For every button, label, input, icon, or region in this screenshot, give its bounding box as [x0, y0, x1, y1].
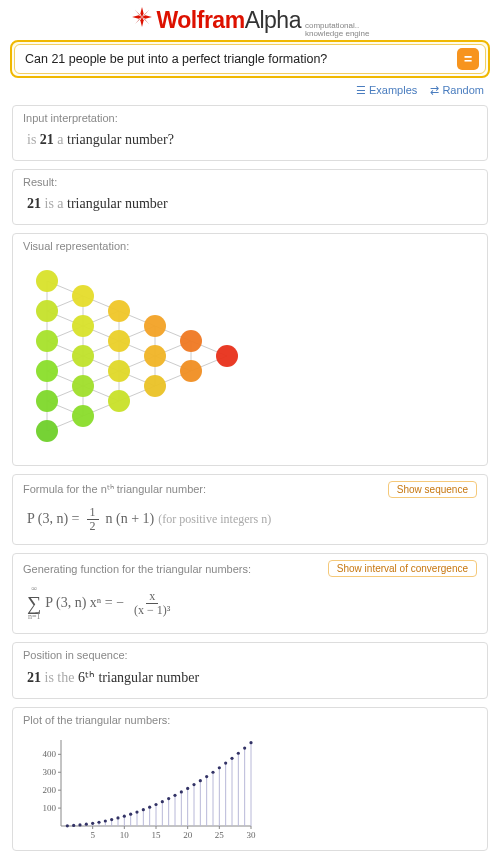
- svg-point-95: [142, 808, 145, 811]
- svg-point-35: [72, 345, 94, 367]
- svg-point-37: [72, 405, 94, 427]
- svg-text:25: 25: [215, 830, 225, 840]
- svg-point-31: [36, 390, 58, 412]
- svg-text:100: 100: [43, 803, 57, 813]
- svg-point-115: [205, 775, 208, 778]
- svg-line-20: [47, 326, 155, 371]
- svg-point-101: [161, 800, 164, 803]
- svg-point-85: [110, 818, 113, 821]
- pod-formula: Formula for the nᵗʰ triangular number: S…: [12, 474, 488, 545]
- svg-point-127: [243, 747, 246, 750]
- pod-result: Result: 21 is a triangular number: [12, 169, 488, 225]
- logo-text: WolframAlpha: [157, 7, 301, 34]
- svg-point-89: [123, 815, 126, 818]
- svg-point-91: [129, 813, 132, 816]
- logo[interactable]: WolframAlpha computational..knowledge en…: [131, 6, 370, 38]
- show-sequence-button[interactable]: Show sequence: [388, 481, 477, 498]
- pod-generating-function: Generating function for the triangular n…: [12, 553, 488, 634]
- svg-text:10: 10: [120, 830, 130, 840]
- pod-title: Input interpretation:: [23, 112, 118, 124]
- svg-point-46: [180, 360, 202, 382]
- svg-point-71: [66, 824, 69, 827]
- svg-point-77: [85, 823, 88, 826]
- svg-text:5: 5: [90, 830, 95, 840]
- triangle-visualization: [13, 256, 487, 465]
- svg-point-73: [72, 824, 75, 827]
- svg-point-34: [72, 315, 94, 337]
- svg-marker-1: [140, 7, 142, 17]
- svg-point-28: [36, 300, 58, 322]
- svg-point-97: [148, 806, 151, 809]
- svg-text:30: 30: [247, 830, 257, 840]
- svg-point-117: [211, 771, 214, 774]
- svg-point-93: [135, 811, 138, 814]
- svg-point-111: [192, 783, 195, 786]
- svg-point-129: [249, 741, 252, 744]
- pod-visual: Visual representation:: [12, 233, 488, 466]
- search-container: =: [0, 40, 500, 82]
- pod-title: Result:: [23, 176, 57, 188]
- svg-point-42: [144, 315, 166, 337]
- svg-text:200: 200: [43, 785, 57, 795]
- header: WolframAlpha computational..knowledge en…: [0, 0, 500, 40]
- examples-link[interactable]: ☰ Examples: [356, 84, 417, 96]
- svg-point-32: [36, 420, 58, 442]
- svg-point-83: [104, 820, 107, 823]
- svg-point-109: [186, 787, 189, 790]
- svg-marker-0: [142, 7, 144, 17]
- svg-point-119: [218, 766, 221, 769]
- pod-title: Position in sequence:: [23, 649, 128, 661]
- svg-point-40: [108, 360, 130, 382]
- svg-point-113: [199, 779, 202, 782]
- search-bar: =: [14, 44, 486, 74]
- svg-point-44: [144, 375, 166, 397]
- svg-line-16: [47, 341, 155, 386]
- svg-point-75: [78, 824, 81, 827]
- pod-position: Position in sequence: 21 is the 6ᵗʰ tria…: [12, 642, 488, 699]
- logo-tagline: computational..knowledge engine: [305, 22, 370, 38]
- svg-text:300: 300: [43, 767, 57, 777]
- svg-point-125: [237, 752, 240, 755]
- svg-point-39: [108, 330, 130, 352]
- submit-button[interactable]: =: [457, 48, 479, 70]
- pod-title: Plot of the triangular numbers:: [23, 714, 170, 726]
- sigma-icon: ∞∑n=1: [27, 585, 41, 621]
- svg-point-29: [36, 330, 58, 352]
- svg-point-99: [154, 803, 157, 806]
- svg-marker-5: [140, 17, 142, 27]
- search-input[interactable]: [25, 52, 457, 66]
- random-link[interactable]: ⇄ Random: [430, 84, 484, 96]
- svg-marker-4: [142, 17, 144, 27]
- pod-input-interpretation: Input interpretation: is 21 a triangular…: [12, 105, 488, 161]
- subnav: ☰ Examples ⇄ Random: [0, 82, 500, 105]
- svg-point-33: [72, 285, 94, 307]
- show-interval-button[interactable]: Show interval of convergence: [328, 560, 477, 577]
- svg-point-38: [108, 300, 130, 322]
- svg-point-87: [116, 817, 119, 820]
- triangular-plot: 10020030040051015202530: [27, 734, 257, 844]
- svg-text:400: 400: [43, 750, 57, 760]
- svg-point-27: [36, 270, 58, 292]
- svg-point-81: [97, 821, 100, 824]
- svg-point-79: [91, 822, 94, 825]
- svg-point-121: [224, 762, 227, 765]
- svg-text:20: 20: [183, 830, 193, 840]
- pod-title: Generating function for the triangular n…: [23, 563, 251, 575]
- svg-point-103: [167, 797, 170, 800]
- pod-plot: Plot of the triangular numbers: 10020030…: [12, 707, 488, 851]
- svg-point-105: [173, 794, 176, 797]
- svg-point-41: [108, 390, 130, 412]
- svg-point-45: [180, 330, 202, 352]
- equals-icon: =: [464, 51, 472, 67]
- svg-point-123: [230, 757, 233, 760]
- svg-point-43: [144, 345, 166, 367]
- svg-text:15: 15: [152, 830, 162, 840]
- svg-point-107: [180, 791, 183, 794]
- svg-point-30: [36, 360, 58, 382]
- svg-point-47: [216, 345, 238, 367]
- pod-title: Visual representation:: [23, 240, 129, 252]
- footer: Computed by Wolfram Mathematica Download…: [0, 859, 500, 863]
- svg-point-36: [72, 375, 94, 397]
- spikey-icon: [131, 6, 153, 28]
- pod-title: Formula for the nᵗʰ triangular number:: [23, 483, 206, 496]
